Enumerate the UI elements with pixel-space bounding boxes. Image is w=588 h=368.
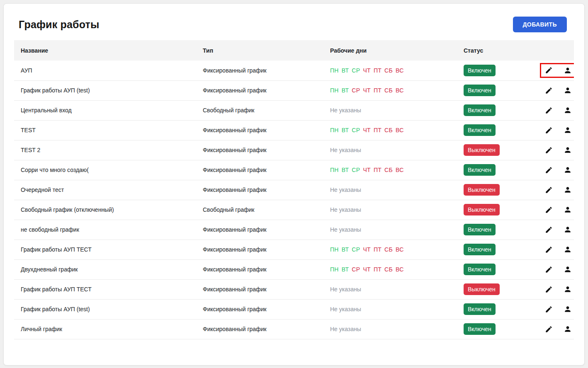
working-days: ПНВТСРЧТПТСБВС bbox=[323, 120, 457, 140]
edit-button[interactable] bbox=[545, 166, 553, 174]
edit-button[interactable] bbox=[545, 305, 553, 313]
day-label: СБ bbox=[384, 246, 393, 253]
pencil-icon bbox=[545, 107, 553, 114]
schedule-type: Фиксированный график bbox=[196, 61, 323, 80]
schedule-name: Сорри что много создаю( bbox=[14, 160, 196, 180]
day-label: ВТ bbox=[342, 67, 349, 74]
table-row: TESTФиксированный графикПНВТСРЧТПТСБВСВк… bbox=[14, 120, 574, 140]
day-label: СР bbox=[352, 266, 360, 273]
status-badge: Включен bbox=[464, 85, 496, 96]
day-label: ПТ bbox=[374, 87, 381, 94]
working-days: ПНВТСРЧТПТСБВС bbox=[323, 61, 457, 80]
day-label: ПН bbox=[330, 266, 339, 273]
day-label: ПН bbox=[330, 67, 339, 74]
actions-group bbox=[540, 123, 574, 138]
column-header-actions bbox=[533, 40, 574, 61]
schedule-name: не свободный график bbox=[14, 220, 196, 240]
schedule-name: АУП bbox=[14, 61, 196, 80]
pencil-icon bbox=[545, 146, 553, 154]
pencil-icon bbox=[545, 206, 553, 214]
working-days: Не указаны bbox=[323, 299, 457, 319]
assign-users-button[interactable] bbox=[564, 265, 572, 274]
actions-group bbox=[540, 262, 574, 277]
assign-users-button[interactable] bbox=[564, 186, 572, 194]
edit-button[interactable] bbox=[545, 146, 553, 154]
add-button[interactable]: ДОБАВИТЬ bbox=[513, 17, 567, 32]
schedule-type: Фиксированный график bbox=[196, 160, 323, 180]
working-days: Не указаны bbox=[323, 200, 457, 220]
status-badge: Включен bbox=[464, 104, 496, 116]
edit-button[interactable] bbox=[545, 325, 553, 333]
edit-button[interactable] bbox=[545, 226, 553, 234]
assign-users-button[interactable] bbox=[564, 146, 572, 154]
schedule-type: Свободный график bbox=[196, 100, 323, 120]
person-icon bbox=[564, 305, 572, 313]
day-label: ЧТ bbox=[363, 266, 370, 273]
edit-button[interactable] bbox=[545, 126, 553, 134]
person-icon bbox=[564, 206, 572, 214]
assign-users-button[interactable] bbox=[564, 305, 572, 313]
schedule-name: Личный график bbox=[14, 319, 196, 339]
actions-cell bbox=[533, 140, 574, 160]
edit-button[interactable] bbox=[545, 186, 553, 194]
day-label: ПТ bbox=[374, 127, 381, 133]
day-label: ЧТ bbox=[363, 246, 370, 253]
actions-group bbox=[540, 182, 574, 197]
assign-users-button[interactable] bbox=[564, 106, 572, 114]
working-days: ПНВТСРЧТПТСБВС bbox=[323, 160, 457, 180]
day-label: ЧТ bbox=[363, 87, 370, 94]
table-body: АУПФиксированный графикПНВТСРЧТПТСБВСВкл… bbox=[14, 61, 574, 339]
status-cell: Выключен bbox=[457, 180, 533, 200]
days-not-specified: Не указаны bbox=[330, 326, 361, 332]
day-label: ПТ bbox=[374, 67, 381, 74]
assign-users-button[interactable] bbox=[564, 285, 572, 293]
working-days: ПНВТСРЧТПТСБВС bbox=[323, 259, 457, 279]
pencil-icon bbox=[545, 286, 553, 293]
assign-users-button[interactable] bbox=[564, 86, 572, 94]
actions-cell bbox=[533, 299, 574, 319]
status-cell: Включен bbox=[457, 100, 533, 120]
table-row: Свободный график (отключенный)Свободный … bbox=[14, 200, 574, 220]
days-not-specified: Не указаны bbox=[330, 206, 361, 213]
person-icon bbox=[564, 166, 572, 174]
assign-users-button[interactable] bbox=[564, 225, 572, 234]
day-label: ЧТ bbox=[363, 167, 370, 173]
pencil-icon bbox=[545, 305, 553, 313]
column-header-status: Статус bbox=[457, 40, 533, 61]
assign-users-button[interactable] bbox=[564, 66, 572, 75]
edit-button[interactable] bbox=[545, 246, 553, 254]
edit-button[interactable] bbox=[545, 266, 553, 274]
days-not-specified: Не указаны bbox=[330, 306, 361, 312]
table-row: АУПФиксированный графикПНВТСРЧТПТСБВСВкл… bbox=[14, 61, 574, 80]
pencil-icon bbox=[545, 325, 553, 333]
assign-users-button[interactable] bbox=[564, 325, 572, 333]
edit-button[interactable] bbox=[545, 66, 553, 74]
edit-button[interactable] bbox=[545, 286, 553, 293]
assign-users-button[interactable] bbox=[564, 126, 572, 134]
schedule-name: График работы АУП ТЕСТ bbox=[14, 240, 196, 259]
actions-group bbox=[540, 202, 574, 217]
day-label: ВТ bbox=[342, 87, 349, 94]
status-cell: Включен bbox=[457, 160, 533, 180]
day-label: ПТ bbox=[374, 266, 381, 273]
assign-users-button[interactable] bbox=[564, 206, 572, 214]
assign-users-button[interactable] bbox=[564, 245, 572, 254]
person-icon bbox=[564, 285, 572, 293]
person-icon bbox=[564, 186, 572, 194]
day-label: ВТ bbox=[342, 246, 349, 253]
table-row: График работы АУП ТЕСТФиксированный граф… bbox=[14, 279, 574, 299]
table-row: График работы АУП (test)Фиксированный гр… bbox=[14, 299, 574, 319]
schedule-type: Фиксированный график bbox=[196, 120, 323, 140]
edit-button[interactable] bbox=[545, 107, 553, 114]
working-days: Не указаны bbox=[323, 319, 457, 339]
day-label: СБ bbox=[384, 67, 393, 74]
day-label: СР bbox=[352, 127, 360, 133]
edit-button[interactable] bbox=[545, 206, 553, 214]
assign-users-button[interactable] bbox=[564, 166, 572, 174]
schedule-name: Центральный вход bbox=[14, 100, 196, 120]
day-label: СБ bbox=[384, 266, 393, 273]
schedule-name: График работы АУП ТЕСТ bbox=[14, 279, 196, 299]
working-days: Не указаны bbox=[323, 100, 457, 120]
actions-cell bbox=[533, 80, 574, 100]
edit-button[interactable] bbox=[545, 87, 553, 94]
